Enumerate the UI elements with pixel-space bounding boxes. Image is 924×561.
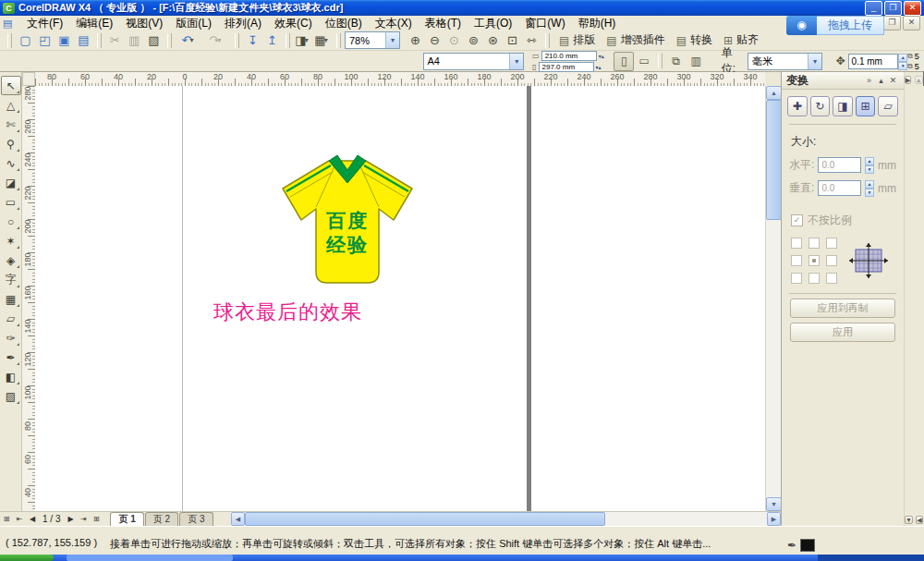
dropdown-arrow-icon[interactable]: ▾ [217, 36, 225, 44]
menu-item[interactable]: 位图(B) [319, 15, 369, 32]
zoom-in-icon[interactable]: ⊕ [406, 31, 425, 50]
plugins-button[interactable]: ▤增强插件 [601, 32, 670, 49]
zoom-page-width-icon[interactable]: ⇿ [522, 31, 541, 50]
transform-skew-icon[interactable]: ▱ [878, 96, 898, 116]
blend-tool[interactable]: ▱ [1, 309, 21, 328]
landscape-button[interactable]: ▭ [634, 52, 654, 71]
dropdown-arrow-icon[interactable]: ▾ [324, 36, 332, 44]
portrait-button[interactable]: ▯ [614, 52, 634, 71]
paper-height-spinner[interactable]: ▾▴ [596, 64, 602, 70]
paste-icon[interactable]: ▧ [144, 31, 164, 50]
freehand-tool[interactable]: ∿ [1, 153, 21, 173]
text-tool[interactable]: 字 [1, 270, 21, 289]
next-page-button[interactable]: ▶ [64, 513, 77, 525]
palette-scroll-down-icon[interactable]: ▼ [905, 516, 913, 524]
cut-icon[interactable]: ✂ [105, 31, 125, 50]
palette-scroll-up-icon[interactable]: ▲ [915, 76, 923, 84]
scroll-up-icon[interactable]: ▲ [766, 86, 782, 100]
capture-tool-icon[interactable]: ◉ [786, 16, 817, 35]
redo-icon[interactable]: ↷▾ [203, 31, 231, 50]
duplicate-x-value[interactable]: 5 [915, 52, 919, 61]
print-icon[interactable]: ▤ [74, 31, 93, 50]
rectangle-tool[interactable]: ▭ [1, 192, 21, 212]
menu-item[interactable]: 文本(X) [369, 15, 419, 32]
fill-tool[interactable]: ◧ [1, 367, 21, 386]
menu-item[interactable]: 排列(A) [218, 15, 268, 32]
anchor-checkbox[interactable] [808, 273, 820, 284]
doc-close-button[interactable]: ✕ [903, 16, 920, 30]
basic-shapes-tool[interactable]: ◈ [1, 250, 21, 270]
jersey-drawing[interactable]: 百度 经验 [274, 148, 421, 288]
vertical-scroll-thumb[interactable] [766, 100, 782, 220]
polygon-tool[interactable]: ✶ [1, 231, 21, 250]
crop-tool[interactable]: ✄ [1, 115, 21, 134]
drag-upload-label[interactable]: 拖拽上传 [817, 16, 884, 35]
menu-item[interactable]: 版面(L) [169, 15, 218, 32]
zoom-page-icon[interactable]: ⊡ [503, 31, 522, 50]
scroll-down-icon[interactable]: ▼ [766, 497, 782, 511]
save-icon[interactable]: ▣ [55, 31, 74, 50]
add-page-button[interactable]: ⊞ [0, 513, 13, 525]
page-tab[interactable]: 页 3 [179, 512, 213, 526]
vertical-spinner[interactable]: ▲▼ [865, 180, 874, 196]
drag-upload-overlay[interactable]: ◉ 拖拽上传 [786, 16, 884, 35]
prev-page-button[interactable]: ◀ [26, 513, 39, 525]
apply-to-duplicate-button[interactable]: 应用到再制 [790, 299, 895, 318]
ruler-origin-corner[interactable] [22, 72, 35, 86]
jersey-text-line2[interactable]: 经验 [325, 234, 369, 255]
docker-flyout-icon[interactable]: » [863, 76, 875, 85]
shape-tool[interactable]: △ [1, 95, 21, 115]
non-proportional-checkbox[interactable]: ✓ [791, 214, 803, 226]
menu-item[interactable]: 工具(O) [468, 15, 518, 32]
menu-item[interactable]: 效果(C) [268, 15, 319, 32]
eyedropper-tool[interactable]: ✑ [1, 328, 21, 348]
zoom-actual-icon[interactable]: ⊙ [444, 31, 464, 50]
scroll-left-icon[interactable]: ◀ [231, 512, 245, 526]
combo-arrow-icon[interactable]: ▾ [808, 54, 821, 69]
start-button[interactable] [0, 555, 54, 561]
table-tool[interactable]: ▦ [1, 289, 21, 309]
palette-flyout-icon[interactable]: ◀ [916, 516, 922, 524]
last-page-button[interactable]: ⇥ [77, 513, 90, 525]
scroll-right-icon[interactable]: ▶ [767, 512, 781, 526]
welcome-screen-icon[interactable]: ▦▾ [313, 31, 333, 50]
menu-item[interactable]: 编辑(E) [69, 15, 119, 32]
transform-rotate-icon[interactable]: ↻ [810, 96, 831, 116]
paper-type-combo[interactable]: A4 ▾ [423, 53, 525, 70]
zoom-selected-icon[interactable]: ⊚ [464, 31, 483, 50]
menu-item[interactable]: 文件(F) [20, 15, 69, 32]
menu-item[interactable]: 窗口(W) [518, 15, 571, 32]
vertical-value-field[interactable]: 0.0 [818, 180, 860, 196]
zoom-out-icon[interactable]: ⊖ [425, 31, 444, 50]
nudge-spinner[interactable]: ▲▼ [898, 54, 907, 69]
duplicate-y-value[interactable]: 5 [915, 62, 919, 71]
menu-item[interactable]: 帮助(H) [572, 15, 623, 32]
horizontal-scrollbar[interactable]: ◀ ▶ [231, 512, 781, 526]
horizontal-ruler[interactable]: 8060402002040608010012014016018020022024… [35, 72, 765, 87]
undo-icon[interactable]: ↶▾ [176, 31, 203, 50]
typesetting-button[interactable]: ▤排版 [553, 32, 601, 49]
pick-tool[interactable]: ↖ [1, 76, 21, 95]
paper-height-field[interactable]: 297.0 mm [539, 62, 594, 72]
anchor-checkbox[interactable] [826, 238, 837, 249]
docker-close-icon[interactable]: ✕ [887, 76, 899, 85]
jersey-text-line1[interactable]: 百度 [326, 210, 369, 231]
palette-expand-icon[interactable]: ▶ [905, 76, 911, 84]
combo-arrow-icon[interactable]: ▾ [385, 32, 399, 48]
zoom-tool[interactable]: ⚲ [1, 134, 21, 153]
minimize-button[interactable]: _ [865, 1, 882, 16]
page-tab[interactable]: 页 2 [145, 512, 178, 526]
document-system-icon[interactable]: ▤ [3, 18, 16, 29]
new-document-icon[interactable]: ▢ [16, 31, 35, 50]
doc-restore-button[interactable]: ❐ [883, 16, 901, 30]
convert-button[interactable]: ▤转换 [671, 32, 718, 49]
horizontal-scroll-thumb[interactable] [245, 512, 605, 526]
transform-position-icon[interactable]: ✚ [787, 96, 808, 116]
page-tab[interactable]: 页 1 [110, 512, 143, 526]
add-page-end-button[interactable]: ⊞ [90, 513, 103, 525]
transform-scale-mirror-icon[interactable]: ◨ [833, 96, 853, 116]
smart-fill-tool[interactable]: ◪ [1, 173, 21, 192]
anchor-checkbox[interactable] [791, 238, 802, 249]
nudge-field[interactable]: 0.1 mm [848, 54, 899, 69]
anchor-checkbox[interactable] [826, 273, 837, 284]
